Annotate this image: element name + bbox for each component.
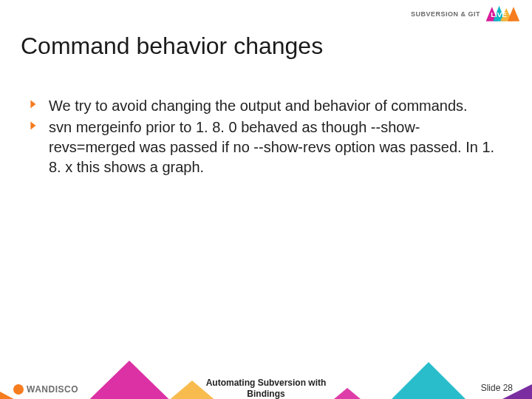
svg-text:LIVE: LIVE xyxy=(491,10,507,18)
svg-marker-9 xyxy=(347,362,510,399)
svg-marker-3 xyxy=(508,7,519,21)
deck-title-line2: Bindings xyxy=(247,389,284,399)
company-logo-icon xyxy=(13,384,24,395)
header-brand: SUBVERSION & GIT LIVE xyxy=(411,4,523,24)
chevron-icon xyxy=(30,120,43,131)
brand-text: SUBVERSION & GIT xyxy=(411,10,480,18)
slide-number: Slide 28 xyxy=(481,383,513,393)
deck-title: Automating Subversion with Bindings xyxy=(206,378,327,399)
bullet-text: svn mergeinfo prior to 1. 8. 0 behaved a… xyxy=(43,117,502,177)
bullet-text: We try to avoid changing the output and … xyxy=(43,96,502,116)
bullet-item: svn mergeinfo prior to 1. 8. 0 behaved a… xyxy=(30,117,502,177)
chevron-icon xyxy=(30,99,43,109)
slide-body: We try to avoid changing the output and … xyxy=(30,96,502,179)
svg-marker-8 xyxy=(414,384,532,399)
bullet-item: We try to avoid changing the output and … xyxy=(30,96,502,116)
company-name: WANDISCO xyxy=(27,384,78,395)
slide-title: Command behavior changes xyxy=(21,33,323,60)
live-logo-icon: LIVE xyxy=(485,4,523,24)
company-logo: WANDISCO xyxy=(13,384,78,395)
deck-title-line1: Automating Subversion with xyxy=(206,378,327,388)
